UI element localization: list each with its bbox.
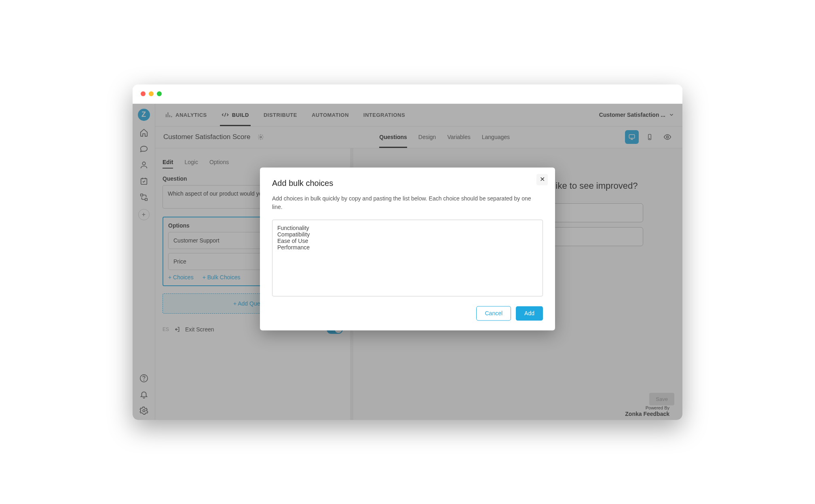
close-button[interactable]: ✕ — [536, 174, 548, 185]
cancel-button[interactable]: Cancel — [476, 306, 511, 321]
window-close-button[interactable] — [141, 91, 146, 96]
window-maximize-button[interactable] — [157, 91, 162, 96]
modal-description: Add choices in bulk quickly by copy and … — [272, 194, 543, 211]
close-icon: ✕ — [540, 175, 545, 183]
window-minimize-button[interactable] — [149, 91, 154, 96]
app-window: Z + ANALYTICS BUILD DISTRIB — [133, 84, 682, 420]
add-button[interactable]: Add — [516, 306, 543, 321]
modal-title: Add bulk choices — [272, 179, 543, 188]
bulk-choices-textarea[interactable] — [272, 219, 543, 296]
bulk-choices-modal: ✕ Add bulk choices Add choices in bulk q… — [260, 167, 555, 330]
titlebar — [133, 84, 682, 104]
